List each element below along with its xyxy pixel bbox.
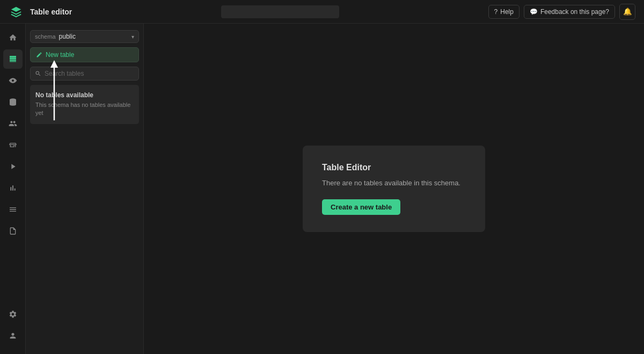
notifications-button[interactable]: 🔔 [619, 4, 635, 20]
nav-sidebar [0, 24, 26, 354]
bell-icon: 🔔 [623, 8, 632, 16]
nav-bottom [3, 305, 23, 350]
help-icon: ? [494, 8, 498, 16]
search-box[interactable] [30, 67, 139, 81]
topbar: Table editor ? Help 💬 Feedback on this p… [0, 0, 644, 24]
edit-icon [36, 52, 42, 58]
chevron-down-icon: ▾ [131, 34, 134, 40]
sidebar-item-settings[interactable] [3, 305, 23, 324]
feedback-button[interactable]: 💬 Feedback on this page? [524, 5, 615, 19]
sidebar-item-auth[interactable] [3, 114, 23, 133]
feedback-label: Feedback on this page? [540, 8, 609, 16]
schema-value: public [59, 33, 128, 40]
feedback-icon: 💬 [530, 8, 538, 16]
sidebar-item-profile[interactable] [3, 326, 23, 345]
main-content: Table Editor There are no tables availab… [144, 24, 644, 354]
schema-selector[interactable]: schema public ▾ [30, 30, 139, 43]
no-tables-notice: No tables available This schema has no t… [30, 85, 139, 124]
help-label: Help [500, 8, 514, 16]
breadcrumb-bar [72, 5, 488, 18]
no-tables-description: This schema has no tables available yet [35, 101, 134, 118]
search-input[interactable] [45, 70, 134, 77]
sidebar-item-table-editor[interactable] [3, 49, 23, 69]
sidebar-item-storage[interactable] [3, 135, 23, 155]
table-sidebar: schema public ▾ New table No tables avai… [26, 24, 144, 354]
new-table-label: New table [46, 51, 74, 59]
topbar-left: Table editor [9, 4, 72, 19]
create-new-table-button[interactable]: Create a new table [322, 199, 400, 215]
topbar-right: ? Help 💬 Feedback on this page? 🔔 [488, 4, 635, 20]
sidebar-item-home[interactable] [3, 28, 23, 47]
help-button[interactable]: ? Help [488, 5, 519, 19]
sidebar-item-logs[interactable] [3, 200, 23, 219]
page-title: Table editor [30, 8, 72, 16]
sidebar-item-api[interactable] [3, 157, 23, 176]
sidebar-item-database[interactable] [3, 92, 23, 112]
editor-card-description: There are no tables available in this sc… [322, 178, 466, 189]
editor-card-title: Table Editor [322, 163, 466, 172]
new-table-button[interactable]: New table [30, 47, 139, 62]
editor-card: Table Editor There are no tables availab… [303, 146, 485, 232]
schema-label: schema [35, 33, 56, 40]
main-layout: schema public ▾ New table No tables avai… [0, 24, 644, 354]
sidebar-item-reports[interactable] [3, 178, 23, 198]
no-tables-title: No tables available [35, 91, 134, 99]
breadcrumb [221, 5, 339, 18]
sidebar-item-docs[interactable] [3, 221, 23, 241]
sidebar-item-view[interactable] [3, 71, 23, 90]
search-icon [35, 70, 41, 77]
app-logo [9, 4, 24, 19]
